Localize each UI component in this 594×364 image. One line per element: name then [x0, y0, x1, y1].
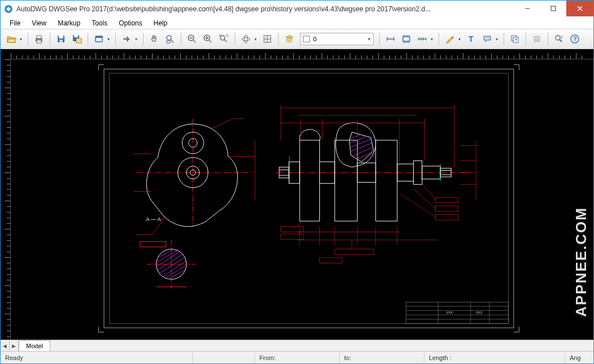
chevron-down-icon: ▾	[368, 36, 371, 42]
drawing-viewport[interactable]: XXX XXX A	[11, 59, 593, 340]
maximize-button[interactable]	[540, 1, 566, 16]
text-button[interactable]: T	[464, 32, 479, 46]
svg-line-78	[212, 119, 233, 128]
svg-rect-154	[281, 234, 303, 240]
titleblock-field1: XXX	[446, 311, 453, 314]
status-ang: Ang	[565, 352, 593, 363]
cad-drawing: XXX XXX A	[11, 59, 593, 340]
layer-selector[interactable]: 0 ▾	[300, 33, 374, 45]
svg-line-111	[352, 149, 379, 162]
layer-color-swatch	[303, 36, 310, 42]
tab-model[interactable]: Model	[19, 340, 50, 351]
svg-point-26	[220, 36, 225, 40]
comment-button[interactable]	[480, 32, 495, 46]
svg-line-25	[209, 40, 211, 42]
svg-rect-146	[436, 197, 458, 203]
titlebar: AutoDWG DWGSee Pro 2017(d:\website\publi…	[1, 1, 593, 18]
status-length: Length :	[424, 352, 565, 363]
view3d-dropdown[interactable]: ▾	[254, 37, 259, 42]
open-button[interactable]	[4, 32, 19, 46]
export-button[interactable]	[119, 32, 134, 46]
measure-continuous-button[interactable]	[415, 32, 430, 46]
browser-button[interactable]	[92, 32, 106, 46]
measure-distance-button[interactable]	[383, 32, 398, 46]
tab-next-button[interactable]: ►	[10, 341, 19, 351]
menu-markup[interactable]: Markup	[53, 18, 85, 28]
menu-view[interactable]: View	[27, 18, 51, 28]
zoom-out-button[interactable]	[185, 32, 200, 46]
svg-rect-150	[436, 215, 458, 220]
svg-line-153	[293, 221, 303, 229]
toolbar: ▾ ▾ ▾ ▾ 0 ▾ ▾ ▾ T ▾ ?	[1, 29, 593, 49]
svg-rect-13	[76, 38, 81, 43]
hatch-button[interactable]	[530, 32, 544, 46]
canvas-area: XXX XXX A	[1, 49, 593, 340]
comment-dropdown[interactable]: ▾	[496, 37, 500, 42]
zoom-in-button[interactable]	[201, 32, 215, 46]
status-ready: Ready	[1, 352, 193, 363]
measure-area-button[interactable]	[399, 32, 414, 46]
svg-line-149	[413, 189, 435, 209]
svg-rect-36	[403, 37, 410, 41]
find-button[interactable]	[552, 32, 566, 46]
window-title: AutoDWG DWGSee Pro 2017(d:\website\publi…	[16, 5, 514, 13]
tab-prev-button[interactable]: ◄	[1, 341, 10, 351]
ruler-vertical[interactable]	[1, 59, 11, 340]
browser-dropdown[interactable]: ▾	[107, 37, 112, 42]
zoom-window-button[interactable]	[163, 32, 177, 46]
copy-view-button[interactable]	[508, 32, 522, 46]
open-dropdown[interactable]: ▾	[20, 37, 24, 42]
measure-dropdown[interactable]: ▾	[431, 37, 435, 42]
save-button[interactable]	[54, 32, 68, 46]
svg-rect-148	[436, 206, 458, 211]
svg-rect-152	[281, 227, 303, 232]
svg-rect-98	[140, 241, 166, 247]
svg-point-28	[242, 37, 250, 41]
svg-line-51	[534, 36, 537, 40]
status-from: From:	[255, 352, 340, 363]
help-button[interactable]: ?	[567, 32, 582, 46]
svg-rect-12	[74, 35, 78, 37]
svg-point-55	[556, 36, 560, 40]
view3d-button[interactable]	[239, 32, 253, 46]
svg-rect-10	[59, 40, 63, 42]
markup-draw-button[interactable]	[443, 32, 457, 46]
menu-file[interactable]: File	[5, 18, 25, 28]
layer-name: 0	[313, 36, 316, 42]
markup-draw-dropdown[interactable]: ▾	[458, 37, 463, 42]
svg-rect-15	[96, 36, 102, 38]
tab-model-label: Model	[26, 343, 43, 349]
layout-button[interactable]	[260, 32, 275, 46]
layers-button[interactable]	[282, 32, 297, 46]
svg-line-95	[166, 268, 188, 280]
saveas-button[interactable]	[70, 32, 84, 46]
svg-line-94	[162, 264, 188, 280]
svg-rect-18	[167, 41, 170, 43]
svg-line-151	[401, 194, 436, 217]
menu-help[interactable]: Help	[149, 18, 172, 28]
minimize-button[interactable]	[514, 1, 540, 16]
menu-options[interactable]: Options	[114, 18, 146, 28]
tab-strip: ◄ ► Model	[1, 340, 593, 351]
svg-rect-2	[551, 6, 556, 11]
svg-rect-157	[320, 258, 342, 263]
svg-line-27	[224, 40, 227, 42]
ruler-horizontal[interactable]	[11, 49, 593, 59]
status-to: to:	[340, 352, 424, 363]
svg-point-29	[244, 35, 248, 43]
svg-rect-62	[110, 73, 509, 324]
zoom-extents-button[interactable]	[216, 32, 231, 46]
svg-rect-9	[59, 36, 63, 38]
svg-text:?: ?	[573, 36, 577, 42]
svg-line-53	[535, 37, 540, 42]
close-button[interactable]	[566, 1, 593, 16]
pan-button[interactable]	[147, 32, 162, 46]
svg-line-56	[560, 40, 562, 42]
app-icon	[4, 5, 13, 14]
svg-line-21	[193, 40, 196, 42]
export-dropdown[interactable]: ▾	[135, 37, 140, 42]
print-button[interactable]	[32, 32, 46, 46]
status-coords	[193, 352, 255, 363]
svg-point-16	[167, 36, 171, 40]
menu-tools[interactable]: Tools	[87, 18, 112, 28]
